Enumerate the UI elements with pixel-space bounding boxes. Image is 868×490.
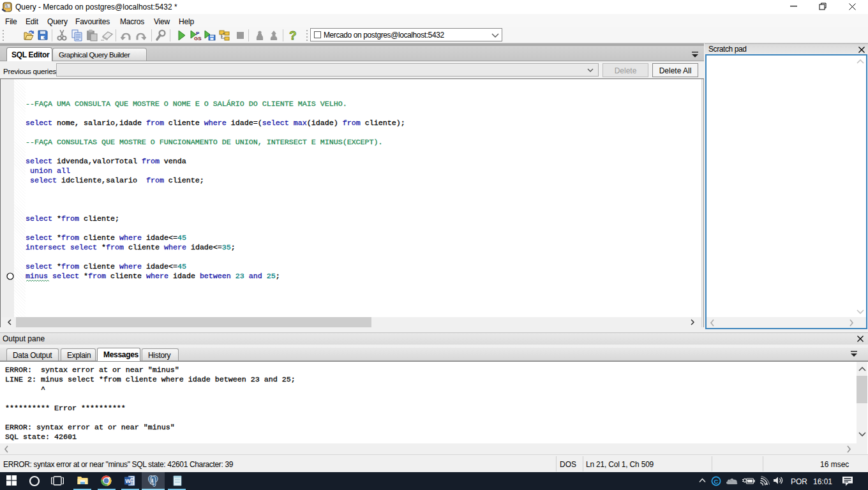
svg-text:?: ? (289, 29, 297, 41)
svg-text:W: W (125, 478, 131, 484)
svg-text:GS: GS (194, 36, 202, 41)
svg-text:C: C (714, 478, 718, 485)
